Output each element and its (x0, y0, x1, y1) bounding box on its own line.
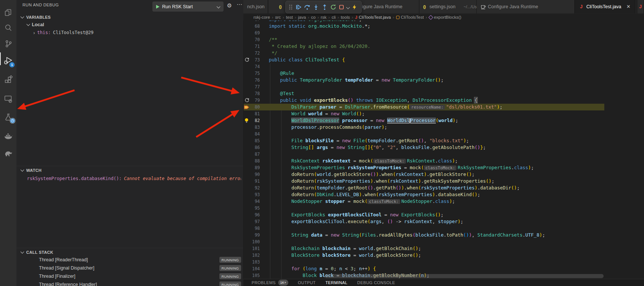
code-line-71[interactable]: 71 * Created by ajlopez on 26/04/2020. (243, 43, 604, 50)
code-line-80[interactable]: 80 DslParser parser = DslParser.fromReso… (243, 104, 604, 110)
step-into-icon[interactable] (313, 4, 319, 10)
code-line-90[interactable]: 90 doReturn(world.getBlockStore()).when(… (243, 171, 604, 178)
run-and-debug-icon[interactable]: 1 (0, 52, 16, 69)
source-control-icon[interactable] (0, 36, 16, 52)
tab-java-runtime[interactable]: Configure Java Runtime (477, 0, 575, 13)
code-line-98[interactable]: 98 (243, 225, 604, 232)
code-line-83[interactable]: 83 processor.processCommands(parser); (243, 124, 604, 131)
step-out-icon[interactable] (322, 4, 328, 10)
breadcrumb-item[interactable]: co (311, 15, 316, 19)
code-line-86[interactable]: 86 String[] args = new String[]{"0", "2"… (243, 144, 604, 151)
gutter-marker[interactable] (243, 104, 250, 110)
watch-expression[interactable]: rskSystemProperties.databaseKind(): Cann… (27, 175, 241, 182)
code-line-87[interactable]: 87 (243, 151, 604, 158)
code-line-103[interactable]: 103 (243, 259, 604, 265)
code-line-77[interactable]: 77 (243, 83, 604, 90)
breadcrumb-item[interactable]: rsk (321, 15, 326, 19)
hot-code-replace-icon[interactable] (352, 4, 357, 10)
gradle-icon[interactable] (0, 144, 16, 161)
code-line-101[interactable]: 101 Blockchain blockchain = world.getBlo… (243, 245, 604, 252)
call-stack-thread[interactable]: Thread [Finalizer]RUNNING (16, 272, 243, 280)
gutter-marker[interactable] (243, 118, 250, 123)
tab-clitoolstest[interactable]: JCliToolsTest.java✕ (575, 0, 635, 13)
code-line-70[interactable]: 70/** (243, 36, 604, 43)
stop-icon[interactable] (339, 4, 344, 10)
breadcrumb-item[interactable]: cli (332, 15, 336, 19)
more-actions-icon[interactable]: ⋯ (237, 1, 243, 8)
code-line-88[interactable]: 88 RskContext rskContext = mock(classToM… (243, 158, 604, 164)
code-line-104[interactable]: 104 for (long n = 0; n < 3; n++) { (243, 265, 604, 272)
tab-settings-json[interactable]: {}settings.json~/.../User (419, 0, 477, 13)
breadcrumb[interactable]: rskj-core›src›test›java›co›rsk›cli›tools… (243, 14, 644, 21)
breadcrumb-item[interactable]: rskj-core (253, 15, 270, 19)
code-line-93[interactable]: 93 doReturn(DbKind.LEVEL_DB).when(rskSys… (243, 191, 604, 198)
breadcrumb-method[interactable]: exportBlocks() (434, 15, 462, 19)
breadcrumb-item[interactable]: tools (341, 15, 350, 19)
call-stack-thread[interactable]: Thread [Reference Handler]RUNNING (16, 280, 243, 286)
code-line-89[interactable]: 89 RskSystemProperties rskSystemProperti… (243, 164, 604, 171)
code-line-78[interactable]: 78 @Test (243, 90, 604, 97)
code-line-72[interactable]: 72 */ (243, 50, 604, 57)
code-line-94[interactable]: 94 NodeStopper stopper = mock(classToMoc… (243, 198, 604, 205)
fold-arrow-icon[interactable] (244, 98, 249, 103)
panel-tab-output[interactable]: OUTPUT (298, 280, 316, 285)
code-line-81[interactable]: 81 World world = new World(); (243, 110, 604, 117)
run-config-dropdown[interactable]: Run RSK Start (152, 1, 224, 12)
code-line-73[interactable]: 73public class CliToolsTest { (243, 57, 604, 63)
breadcrumb-item[interactable]: test (286, 15, 293, 19)
code-line-100[interactable]: 100 (243, 238, 604, 245)
code-line-99[interactable]: 99 String data = new String(Files.readAl… (243, 232, 604, 238)
breadcrumb-file[interactable]: CliToolsTest.java (359, 15, 391, 19)
search-icon[interactable] (0, 19, 16, 36)
step-over-icon[interactable] (304, 4, 310, 10)
code-line-84[interactable]: 84 (243, 131, 604, 137)
breadcrumb-class[interactable]: CliToolsTest (401, 15, 424, 19)
breadcrumb-item[interactable]: src (275, 15, 281, 19)
panel-tab-problems[interactable]: PROBLEMS1K+ (252, 280, 288, 286)
remote-explorer-icon[interactable] (0, 91, 16, 107)
docker-icon[interactable] (0, 128, 16, 144)
code-line-102[interactable]: 102 BlockStore blockStore = world.getBlo… (243, 252, 604, 259)
code-line-92[interactable]: 92 doReturn(tempFolder.getRoot().getPath… (243, 185, 604, 191)
panel-tab-debug-console[interactable]: DEBUG CONSOLE (357, 280, 395, 285)
drag-handle-icon[interactable] (289, 4, 293, 10)
continue-icon[interactable] (295, 4, 301, 10)
code-line-95[interactable]: 95 (243, 205, 604, 212)
code-line-75[interactable]: 75 @Rule (243, 70, 604, 77)
call-stack-thread[interactable]: Thread [Signal Dispatcher]RUNNING (16, 264, 243, 272)
tab-partial[interactable]: J (638, 0, 644, 13)
breakpoint-current-icon[interactable] (244, 104, 249, 110)
gear-icon[interactable]: ⚙ (227, 2, 232, 9)
variables-section-header[interactable]: VARIABLES (21, 13, 51, 21)
fold-arrow-icon[interactable] (244, 57, 249, 63)
call-stack-thread[interactable]: Thread [ReaderThread]RUNNING (16, 256, 243, 264)
close-icon[interactable]: ✕ (626, 4, 631, 9)
code-line-76[interactable]: 76 public TemporaryFolder tempFolder = n… (243, 77, 604, 83)
breadcrumb-item[interactable]: java (298, 15, 306, 19)
code-line-96[interactable]: 96 ExportBlocks exportBlocksCliTool = ne… (243, 212, 604, 218)
code-editor[interactable]: 67import static org.junit.Assert.*;68imp… (243, 16, 604, 286)
code-line-74[interactable]: 74 (243, 63, 604, 70)
lightbulb-icon[interactable] (244, 118, 249, 123)
gutter-marker[interactable] (243, 57, 250, 63)
explorer-icon[interactable] (0, 4, 16, 21)
code-line-97[interactable]: 97 exportBlocksCliTool.execute(args, () … (243, 218, 604, 225)
call-stack-section-header[interactable]: CALL STACK (21, 249, 53, 256)
tab-launch-json[interactable]: nch.json (243, 0, 268, 13)
code-line-69[interactable]: 69 (243, 30, 604, 36)
code-line-79[interactable]: 79 public void exportBlocks() throws IOE… (243, 97, 604, 104)
code-line-85[interactable]: 85 File blocksFile = new File(tempFolder… (243, 137, 604, 144)
gutter-marker[interactable] (243, 98, 250, 103)
testing-icon[interactable] (0, 109, 16, 126)
horizontal-scrollbar[interactable] (325, 274, 604, 278)
code-line-91[interactable]: 91 doReturn(rskSystemProperties).when(rs… (243, 178, 604, 185)
watch-section-header[interactable]: WATCH (21, 167, 42, 174)
code-line-68[interactable]: 68import static org.mockito.Mockito.*; (243, 23, 604, 30)
panel-tab-terminal[interactable]: TERMINAL (325, 280, 347, 285)
code-line-82[interactable]: 82 WorldDslProcessor processor = new Wor… (243, 117, 604, 124)
stop-menu-chevron-icon[interactable] (347, 6, 349, 9)
restart-icon[interactable] (330, 4, 336, 10)
extensions-icon[interactable] (0, 72, 16, 88)
variables-scope-local[interactable]: Local (27, 21, 44, 28)
variable-this[interactable]: › this: CliToolsTest@29 (33, 29, 94, 36)
